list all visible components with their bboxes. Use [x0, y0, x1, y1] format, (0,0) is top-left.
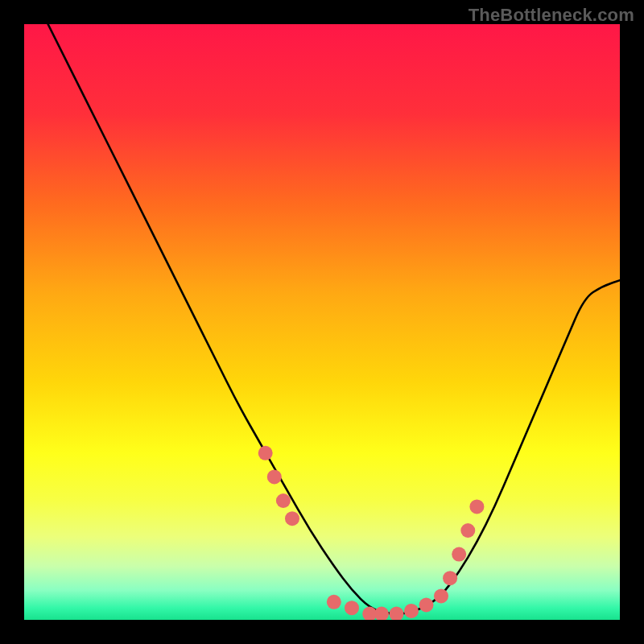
marker-dot [258, 446, 273, 460]
marker-dot [390, 607, 404, 620]
marker-dot [345, 601, 359, 615]
plot-area [24, 24, 620, 620]
marker-dot [285, 511, 299, 526]
marker-dot [452, 547, 466, 562]
marker-dot [443, 571, 457, 585]
marker-dot [460, 523, 475, 538]
marker-dot [327, 595, 341, 609]
marker-dot [469, 499, 484, 514]
marker-dot [267, 469, 282, 484]
marker-dot [276, 493, 291, 508]
highlight-dots [258, 446, 485, 620]
marker-dot [434, 588, 448, 603]
marker-dot [374, 607, 389, 620]
attribution-label: TheBottleneck.com [469, 5, 634, 26]
chart-container: TheBottleneck.com [0, 0, 644, 644]
markers-layer [24, 24, 620, 620]
marker-dot [419, 598, 434, 613]
marker-dot [404, 604, 419, 618]
